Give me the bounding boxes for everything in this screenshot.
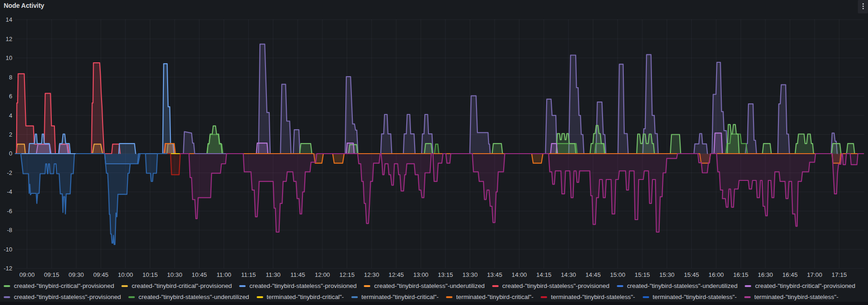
svg-text:12:00: 12:00 [315,271,330,278]
svg-text:8: 8 [9,74,12,81]
svg-text:0: 0 [9,150,12,157]
svg-text:4: 4 [9,112,12,119]
svg-text:16:30: 16:30 [758,271,773,278]
svg-text:17:15: 17:15 [832,271,847,278]
svg-text:15:30: 15:30 [659,271,675,278]
svg-text:13:15: 13:15 [438,271,453,278]
svg-text:14:00: 14:00 [512,271,527,278]
svg-text:11:30: 11:30 [266,271,281,278]
svg-text:10:15: 10:15 [142,271,157,278]
svg-text:13:30: 13:30 [462,271,477,278]
svg-text:11:15: 11:15 [241,271,256,278]
svg-text:10:30: 10:30 [167,271,182,278]
svg-text:-12: -12 [4,265,12,272]
svg-text:6: 6 [9,93,12,100]
svg-text:16:15: 16:15 [733,271,748,278]
svg-text:15:15: 15:15 [635,271,650,278]
svg-text:09:15: 09:15 [44,271,59,278]
svg-text:-6: -6 [7,208,12,215]
svg-text:11:00: 11:00 [217,271,231,278]
svg-text:13:45: 13:45 [487,271,502,278]
svg-text:14:45: 14:45 [585,271,601,278]
svg-text:13:00: 13:00 [413,271,428,278]
svg-text:10:00: 10:00 [118,271,133,278]
svg-text:17:00: 17:00 [807,271,822,278]
svg-text:12:30: 12:30 [364,271,379,278]
svg-text:-8: -8 [7,227,12,233]
svg-text:14:15: 14:15 [536,271,551,278]
svg-text:2: 2 [9,131,12,138]
svg-text:16:45: 16:45 [782,271,797,278]
svg-text:09:45: 09:45 [93,271,108,278]
svg-text:-2: -2 [7,169,12,176]
svg-text:09:30: 09:30 [69,271,84,278]
svg-text:15:45: 15:45 [684,271,699,278]
svg-text:09:00: 09:00 [19,271,35,278]
svg-text:15:00: 15:00 [610,271,625,278]
svg-text:14: 14 [6,16,12,23]
svg-text:-10: -10 [4,246,12,253]
svg-text:14:30: 14:30 [561,271,576,278]
svg-text:10: 10 [6,54,12,61]
svg-text:16:00: 16:00 [709,271,724,278]
svg-text:11:45: 11:45 [290,271,305,278]
svg-text:12:15: 12:15 [339,271,355,278]
svg-text:12:45: 12:45 [389,271,404,278]
svg-text:12: 12 [6,36,12,42]
svg-text:-4: -4 [7,188,12,195]
svg-text:10:45: 10:45 [192,271,207,278]
